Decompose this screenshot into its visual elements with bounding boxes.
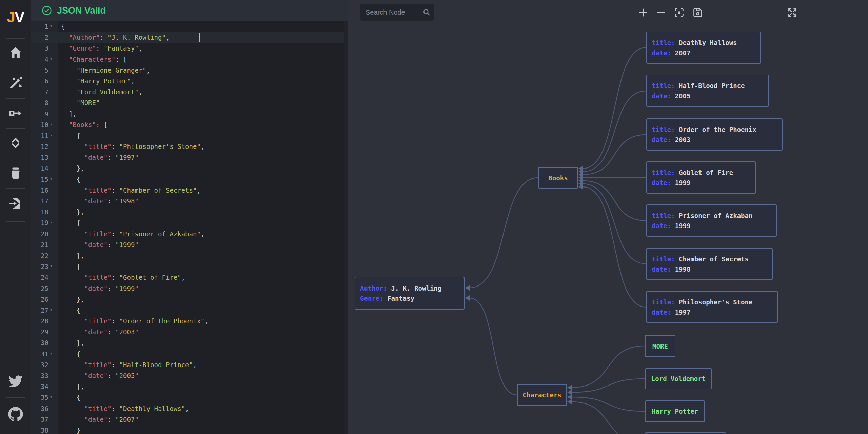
fold-arrow-icon[interactable]: ▾ [50, 174, 53, 184]
editor-line-16: 16 "title": "Chamber of Secrets", [31, 185, 348, 196]
sidebar-divider [6, 188, 25, 189]
fold-arrow-icon[interactable]: ▾ [50, 119, 53, 130]
sidebar-item-trash[interactable] [0, 163, 31, 182]
code-text: "date": "2005" [61, 370, 139, 381]
code-text: "title": "Prisoner of Azkaban", [61, 229, 204, 239]
sidebar-item-flow-direction[interactable] [0, 103, 31, 122]
fold-arrow-icon[interactable]: ▾ [50, 348, 53, 359]
line-number: 5 [31, 65, 48, 76]
code-text: "Books": [ [61, 119, 107, 130]
code-text: "date": "1999" [61, 283, 139, 294]
editor-line-37: 37 "date": "2007" [31, 414, 348, 425]
editor-line-12: 12 "title": "Philosopher's Stone", [31, 141, 348, 152]
sidebar-item-expand-collapse[interactable] [0, 133, 31, 152]
node-field: title: Deathly Hallows [652, 38, 760, 48]
editor-line-35: 35▾ { [31, 392, 348, 403]
app-logo[interactable]: JV [0, 9, 31, 26]
editor-line-20: 20 "title": "Prisoner of Azkaban", [31, 229, 348, 239]
magic-wand-icon [8, 76, 23, 90]
trash-icon [8, 166, 23, 180]
line-number: 34 [31, 381, 48, 392]
node-book-order-of-the-phoenix[interactable]: title: Order of the Phoenixdate: 2003 [646, 118, 783, 151]
node-root[interactable]: Author: J. K. RowlingGenre: Fantasy [355, 277, 465, 310]
editor-line-29: 29 "date": "2003" [31, 327, 348, 337]
code-text: } [61, 425, 80, 434]
line-number: 2 [31, 32, 48, 43]
code-text: { [61, 130, 80, 141]
editor-line-19: 19▾ { [31, 217, 348, 228]
node-char-harry-potter[interactable]: Harry Potter [645, 400, 705, 422]
fold-arrow-icon[interactable]: ▾ [50, 21, 53, 32]
node-characters[interactable]: Characters [517, 384, 567, 406]
node-book-deathly-hallows[interactable]: title: Deathly Hallowsdate: 2007 [646, 32, 761, 64]
node-field: title: Prisoner of Azkaban [652, 211, 776, 221]
sidebar-link-twitter[interactable] [0, 372, 31, 391]
editor-line-2: 2 "Author": "J. K. Rowling", [31, 32, 348, 43]
fold-arrow-icon[interactable]: ▾ [50, 130, 53, 141]
sidebar-item-magic-wand[interactable] [0, 74, 31, 93]
editor-line-26: 26 }, [31, 294, 348, 305]
line-number: 22 [31, 250, 48, 261]
sidebar-item-home[interactable] [0, 43, 31, 62]
line-number: 25 [31, 283, 48, 294]
node-label: Characters [522, 391, 561, 399]
code-text: "MORE" [61, 97, 100, 108]
node-book-goblet-of-fire[interactable]: title: Goblet of Firedate: 1999 [646, 161, 756, 194]
node-book-chamber-of-secrets[interactable]: title: Chamber of Secretsdate: 1998 [646, 248, 773, 280]
editor-line-34: 34 }, [31, 381, 348, 392]
code-text: "title": "Chamber of Secrets", [61, 185, 201, 196]
editor-line-13: 13 "date": "1997" [31, 152, 348, 163]
code-text: "Genre": "Fantasy", [61, 43, 142, 54]
fold-arrow-icon[interactable]: ▾ [50, 54, 53, 64]
line-number: 13 [31, 152, 48, 163]
editor-line-10: 10▾ "Books": [ [31, 119, 348, 130]
line-number: 37 [31, 414, 48, 425]
code-text: "date": "2007" [61, 414, 139, 425]
node-field: Genre: Fantasy [360, 293, 464, 303]
line-number: 31 [31, 349, 48, 359]
sidebar-divider [6, 68, 25, 68]
node-field: date: 1998 [652, 264, 772, 274]
import-icon [8, 196, 23, 211]
node-book-prisoner-of-azkaban[interactable]: title: Prisoner of Azkabandate: 1999 [646, 204, 777, 237]
code-text: { [61, 217, 80, 228]
sidebar-item-import[interactable] [0, 194, 31, 213]
node-label: MORE [652, 342, 668, 350]
json-editor[interactable]: 1▾{2 "Author": "J. K. Rowling",3 "Genre"… [31, 21, 348, 434]
editor-line-27: 27▾ { [31, 305, 348, 316]
editor-line-38: 38 } [31, 425, 348, 434]
node-char-partial[interactable] [645, 432, 726, 434]
line-number: 7 [31, 86, 48, 97]
line-number: 23 [31, 261, 48, 272]
graph-panel[interactable] [348, 0, 868, 434]
fold-arrow-icon[interactable]: ▾ [50, 217, 53, 228]
node-field: date: 2003 [652, 135, 782, 145]
logo-letter-v: V [15, 9, 24, 25]
search-node-input[interactable] [360, 4, 423, 21]
flow-direction-icon [8, 106, 23, 120]
code-text: }, [61, 337, 84, 348]
code-text: "title": "Deathly Hallows", [61, 403, 189, 414]
fold-arrow-icon[interactable]: ▾ [50, 261, 53, 272]
line-number: 19 [31, 217, 48, 228]
editor-line-31: 31▾ { [31, 349, 348, 359]
fold-arrow-icon[interactable]: ▾ [50, 304, 53, 315]
code-text: "Lord Voldemort", [61, 86, 142, 97]
line-number: 11 [31, 130, 48, 141]
line-number: 24 [31, 272, 48, 283]
sidebar-divider [6, 158, 25, 158]
sidebar-divider [6, 221, 25, 222]
node-book-half-blood-prince[interactable]: title: Half-Blood Princedate: 2005 [646, 75, 769, 107]
sidebar-link-github[interactable] [0, 405, 31, 424]
fold-arrow-icon[interactable]: ▾ [50, 392, 53, 402]
editor-line-5: 5 "Hermione Granger", [31, 65, 348, 76]
node-field: date: 2007 [652, 48, 760, 58]
editor-line-1: 1▾{ [31, 21, 348, 32]
node-char-more[interactable]: MORE [645, 335, 675, 357]
node-char-lord-voldemort[interactable]: Lord Voldemort [645, 368, 712, 389]
code-text: "date": "1997" [61, 152, 139, 163]
node-field: date: 1999 [652, 178, 755, 188]
node-book-philosophers-stone[interactable]: title: Philosopher's Stonedate: 1997 [646, 291, 778, 323]
node-books[interactable]: Books [538, 167, 578, 189]
line-number: 28 [31, 316, 48, 327]
